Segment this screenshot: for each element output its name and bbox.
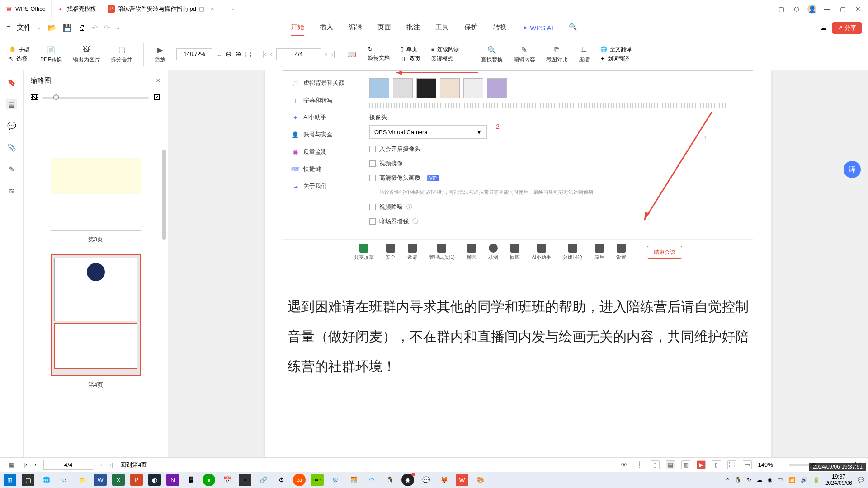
next-page-icon[interactable]: › xyxy=(325,50,327,58)
split-merge-button[interactable]: ⬚ 拆分合并 xyxy=(111,44,132,64)
redo-icon[interactable]: ↷ xyxy=(104,23,110,32)
thumbnail-close-icon[interactable]: × xyxy=(156,76,160,85)
ime-indicator[interactable]: 中 xyxy=(778,476,783,484)
select-tool[interactable]: ↖选择 xyxy=(9,55,29,63)
file-menu[interactable]: 文件 xyxy=(17,23,31,33)
tab-tools[interactable]: 工具 xyxy=(435,19,449,36)
next-page-icon[interactable]: › xyxy=(100,461,102,468)
find-replace-button[interactable]: 🔍 查找替换 xyxy=(481,44,503,64)
eye-icon[interactable]: 👁 xyxy=(620,460,629,469)
thumbnail-scrollbar[interactable] xyxy=(162,150,166,240)
pdf-convert-button[interactable]: 📄 PDF转换 xyxy=(40,44,62,64)
layers-icon[interactable]: ≋ xyxy=(6,185,17,196)
tab-page[interactable]: 页面 xyxy=(377,19,391,36)
cloud-icon[interactable]: ☁ xyxy=(820,23,827,32)
clock[interactable]: 19:37 2024/09/06 xyxy=(825,474,852,487)
pen-icon[interactable]: ✎ xyxy=(6,164,17,174)
double-page-icon[interactable]: ▯▯ xyxy=(401,56,407,62)
window-layout-icon[interactable]: ▢ xyxy=(777,5,786,14)
first-page-icon[interactable]: |‹ xyxy=(262,50,266,58)
calculator-icon[interactable]: 🧮 xyxy=(347,474,360,486)
hand-tool[interactable]: ✋手型 xyxy=(9,46,29,53)
chrome-icon[interactable]: 🌐 xyxy=(40,474,52,486)
zoom-dropdown-icon[interactable]: ⌄ xyxy=(216,50,222,58)
tab-document[interactable]: P 陪练营软件安装与操作指南.pd ▢ × xyxy=(102,0,220,18)
zoom-input[interactable] xyxy=(176,48,212,60)
tray-cloud-icon[interactable]: ☁ xyxy=(757,477,762,483)
avatar-icon[interactable]: 👤 xyxy=(807,5,816,14)
zoom-out-icon[interactable]: ⊖ xyxy=(226,50,231,58)
play-button[interactable]: ▶ 播放 xyxy=(155,44,165,64)
tab-convert[interactable]: 转换 xyxy=(493,19,507,36)
onenote-icon[interactable]: N xyxy=(166,474,179,486)
app-icon-10[interactable]: 🎨 xyxy=(474,474,486,486)
app-icon-1[interactable]: 📱 xyxy=(184,474,197,486)
prev-page-icon[interactable]: ‹ xyxy=(270,50,272,58)
view-6-icon[interactable]: ⛶ xyxy=(727,460,736,469)
bookmark-icon[interactable]: 🔖 xyxy=(6,77,17,88)
hamburger-icon[interactable]: ≡ xyxy=(6,24,10,32)
thumbnail-size-slider[interactable] xyxy=(42,97,149,99)
wps-taskbar-icon[interactable]: W xyxy=(456,474,468,486)
tab-daoke[interactable]: ● 找稻壳模板 xyxy=(52,0,102,18)
comment-icon[interactable]: 💬 xyxy=(6,120,17,131)
view-7-icon[interactable]: ▭ xyxy=(743,460,752,469)
app-icon-6[interactable]: 100K xyxy=(311,474,324,486)
image-small-icon[interactable]: 🖼 xyxy=(31,94,38,102)
ea-icon[interactable]: ea xyxy=(293,474,306,486)
obs-icon[interactable]: ◉ xyxy=(401,474,414,486)
read-mode-label[interactable]: 阅读模式 xyxy=(431,55,453,63)
zoom-percent[interactable]: 149% xyxy=(758,461,773,468)
last-page-icon[interactable]: ›| xyxy=(109,461,113,468)
edit-content-button[interactable]: ✎ 编辑内容 xyxy=(514,44,535,64)
thumbnail-page-3[interactable]: 第3页 xyxy=(37,109,154,244)
view-play-icon[interactable]: ▶ xyxy=(697,460,706,469)
tray-loc-icon[interactable]: ◉ xyxy=(768,477,772,483)
view-5-icon[interactable]: ▯ xyxy=(712,460,721,469)
calendar-icon[interactable]: 📅 xyxy=(221,474,233,486)
print-icon[interactable]: 🖨 xyxy=(78,24,85,32)
view-1-icon[interactable]: ▯ xyxy=(651,460,660,469)
wechat-icon[interactable]: 💬 xyxy=(420,474,432,486)
export-image-button[interactable]: 🖼 输出为图片 xyxy=(73,44,100,64)
tab-edit[interactable]: 编辑 xyxy=(349,19,362,36)
app-icon-8[interactable]: ◠ xyxy=(365,474,378,486)
chevron-down-icon[interactable]: ⌄ xyxy=(231,6,235,11)
compress-button[interactable]: ⇊ 压缩 xyxy=(579,44,590,64)
view-3-icon[interactable]: ▥ xyxy=(681,460,690,469)
fit-icon[interactable]: ⬚ xyxy=(245,50,251,58)
tab-start[interactable]: 开始 xyxy=(291,19,304,36)
document-viewport[interactable]: ▢虚拟背景和美颜 T字幕和转写 ✦AI小助手 👤账号与安全 ◉质量监测 ⌨快捷键… xyxy=(168,70,868,457)
tray-battery-icon[interactable]: 🔋 xyxy=(813,477,820,483)
tray-qq-icon[interactable]: 🐧 xyxy=(735,477,741,483)
thumbnail-page-4[interactable]: 第4页 xyxy=(37,254,154,389)
maximize-button[interactable]: ▢ xyxy=(838,5,847,14)
grid-icon[interactable]: ▦ xyxy=(7,460,16,469)
page-number-input[interactable] xyxy=(43,460,93,470)
thumbnail-icon[interactable]: ▤ xyxy=(6,99,17,109)
back-to-page[interactable]: 回到第4页 xyxy=(120,461,147,469)
notifications-icon[interactable]: 💬 xyxy=(858,477,864,483)
prev-page-icon[interactable]: ‹ xyxy=(34,461,36,468)
tray-chevron-icon[interactable]: ^ xyxy=(726,477,729,483)
chevron-down-icon[interactable]: ⌄ xyxy=(38,25,41,30)
chevron-down-icon[interactable]: ⌄ xyxy=(116,25,120,30)
new-tab-button[interactable]: + ⌄ xyxy=(220,0,241,18)
tab-wps-office[interactable]: W WPS Office xyxy=(0,0,52,18)
close-button[interactable]: ✕ xyxy=(854,5,863,14)
zoom-in-icon[interactable]: ⊕ xyxy=(235,50,241,58)
screenshot-compare-button[interactable]: ⧉ 截图对比 xyxy=(546,44,568,64)
cube-icon[interactable]: ⬡ xyxy=(792,5,801,14)
tab-dropdown-icon[interactable]: ▢ xyxy=(199,5,204,12)
ppt-icon[interactable]: P xyxy=(130,474,143,486)
zoom-out-icon[interactable]: − xyxy=(779,461,783,468)
rotate-button[interactable]: ↻ xyxy=(368,46,390,52)
tab-close-icon[interactable]: × xyxy=(211,5,214,12)
translate-float-button[interactable]: 译 xyxy=(844,161,861,178)
app-icon-2[interactable]: ● xyxy=(203,474,215,486)
book-view-button[interactable]: 📖 xyxy=(346,49,357,60)
tray-wifi-icon[interactable]: 📶 xyxy=(788,477,795,483)
full-translate-button[interactable]: 🌐全文翻译 xyxy=(600,46,632,53)
tray-sync-icon[interactable]: ↻ xyxy=(747,477,751,483)
first-page-icon[interactable]: |‹ xyxy=(24,461,27,468)
